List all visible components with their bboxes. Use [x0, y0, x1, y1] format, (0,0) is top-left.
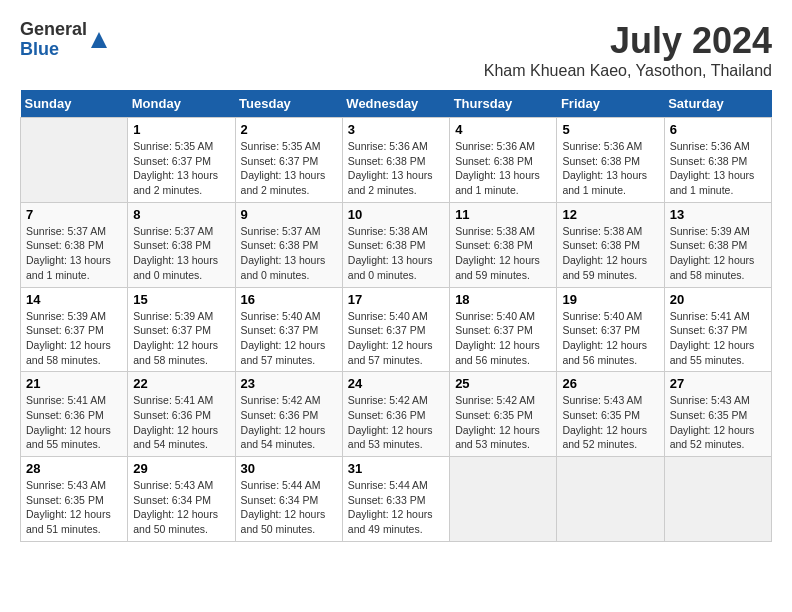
- day-info: Sunrise: 5:42 AMSunset: 6:35 PMDaylight:…: [455, 393, 551, 452]
- day-number: 4: [455, 122, 551, 137]
- calendar-cell: 24Sunrise: 5:42 AMSunset: 6:36 PMDayligh…: [342, 372, 449, 457]
- logo: General Blue: [20, 20, 109, 60]
- day-number: 23: [241, 376, 337, 391]
- svg-marker-0: [91, 32, 107, 48]
- day-number: 22: [133, 376, 229, 391]
- calendar-cell: 18Sunrise: 5:40 AMSunset: 6:37 PMDayligh…: [450, 287, 557, 372]
- calendar-cell: 6Sunrise: 5:36 AMSunset: 6:38 PMDaylight…: [664, 118, 771, 203]
- calendar-cell: 26Sunrise: 5:43 AMSunset: 6:35 PMDayligh…: [557, 372, 664, 457]
- calendar-cell: 23Sunrise: 5:42 AMSunset: 6:36 PMDayligh…: [235, 372, 342, 457]
- day-number: 6: [670, 122, 766, 137]
- calendar-cell: 19Sunrise: 5:40 AMSunset: 6:37 PMDayligh…: [557, 287, 664, 372]
- day-number: 5: [562, 122, 658, 137]
- location-text: Kham Khuean Kaeo, Yasothon, Thailand: [484, 62, 772, 80]
- day-number: 8: [133, 207, 229, 222]
- calendar-cell: 8Sunrise: 5:37 AMSunset: 6:38 PMDaylight…: [128, 202, 235, 287]
- day-info: Sunrise: 5:40 AMSunset: 6:37 PMDaylight:…: [562, 309, 658, 368]
- day-info: Sunrise: 5:37 AMSunset: 6:38 PMDaylight:…: [133, 224, 229, 283]
- calendar-cell: 9Sunrise: 5:37 AMSunset: 6:38 PMDaylight…: [235, 202, 342, 287]
- day-info: Sunrise: 5:39 AMSunset: 6:37 PMDaylight:…: [133, 309, 229, 368]
- day-info: Sunrise: 5:38 AMSunset: 6:38 PMDaylight:…: [348, 224, 444, 283]
- calendar-week-row: 28Sunrise: 5:43 AMSunset: 6:35 PMDayligh…: [21, 457, 772, 542]
- day-info: Sunrise: 5:41 AMSunset: 6:36 PMDaylight:…: [133, 393, 229, 452]
- calendar-cell: [557, 457, 664, 542]
- day-number: 29: [133, 461, 229, 476]
- day-info: Sunrise: 5:36 AMSunset: 6:38 PMDaylight:…: [562, 139, 658, 198]
- calendar-cell: 7Sunrise: 5:37 AMSunset: 6:38 PMDaylight…: [21, 202, 128, 287]
- day-number: 18: [455, 292, 551, 307]
- calendar-cell: 1Sunrise: 5:35 AMSunset: 6:37 PMDaylight…: [128, 118, 235, 203]
- calendar-cell: 29Sunrise: 5:43 AMSunset: 6:34 PMDayligh…: [128, 457, 235, 542]
- day-info: Sunrise: 5:42 AMSunset: 6:36 PMDaylight:…: [348, 393, 444, 452]
- header-thursday: Thursday: [450, 90, 557, 118]
- day-number: 25: [455, 376, 551, 391]
- calendar-cell: 5Sunrise: 5:36 AMSunset: 6:38 PMDaylight…: [557, 118, 664, 203]
- calendar-cell: 2Sunrise: 5:35 AMSunset: 6:37 PMDaylight…: [235, 118, 342, 203]
- calendar-cell: 22Sunrise: 5:41 AMSunset: 6:36 PMDayligh…: [128, 372, 235, 457]
- logo-icon: [89, 30, 109, 50]
- calendar-cell: 25Sunrise: 5:42 AMSunset: 6:35 PMDayligh…: [450, 372, 557, 457]
- calendar-cell: 17Sunrise: 5:40 AMSunset: 6:37 PMDayligh…: [342, 287, 449, 372]
- logo-blue-text: Blue: [20, 40, 87, 60]
- day-number: 10: [348, 207, 444, 222]
- day-info: Sunrise: 5:43 AMSunset: 6:35 PMDaylight:…: [562, 393, 658, 452]
- calendar-cell: 15Sunrise: 5:39 AMSunset: 6:37 PMDayligh…: [128, 287, 235, 372]
- calendar-week-row: 21Sunrise: 5:41 AMSunset: 6:36 PMDayligh…: [21, 372, 772, 457]
- day-info: Sunrise: 5:40 AMSunset: 6:37 PMDaylight:…: [348, 309, 444, 368]
- calendar-cell: [21, 118, 128, 203]
- header-monday: Monday: [128, 90, 235, 118]
- day-number: 9: [241, 207, 337, 222]
- page-header: General Blue July 2024 Kham Khuean Kaeo,…: [20, 20, 772, 80]
- day-info: Sunrise: 5:37 AMSunset: 6:38 PMDaylight:…: [26, 224, 122, 283]
- day-number: 3: [348, 122, 444, 137]
- day-info: Sunrise: 5:38 AMSunset: 6:38 PMDaylight:…: [455, 224, 551, 283]
- day-number: 28: [26, 461, 122, 476]
- day-info: Sunrise: 5:42 AMSunset: 6:36 PMDaylight:…: [241, 393, 337, 452]
- calendar-cell: [450, 457, 557, 542]
- day-info: Sunrise: 5:37 AMSunset: 6:38 PMDaylight:…: [241, 224, 337, 283]
- day-info: Sunrise: 5:36 AMSunset: 6:38 PMDaylight:…: [348, 139, 444, 198]
- calendar-week-row: 7Sunrise: 5:37 AMSunset: 6:38 PMDaylight…: [21, 202, 772, 287]
- calendar-cell: [664, 457, 771, 542]
- day-info: Sunrise: 5:36 AMSunset: 6:38 PMDaylight:…: [455, 139, 551, 198]
- header-tuesday: Tuesday: [235, 90, 342, 118]
- header-friday: Friday: [557, 90, 664, 118]
- header-wednesday: Wednesday: [342, 90, 449, 118]
- day-number: 17: [348, 292, 444, 307]
- title-block: July 2024 Kham Khuean Kaeo, Yasothon, Th…: [484, 20, 772, 80]
- day-info: Sunrise: 5:38 AMSunset: 6:38 PMDaylight:…: [562, 224, 658, 283]
- calendar-cell: 4Sunrise: 5:36 AMSunset: 6:38 PMDaylight…: [450, 118, 557, 203]
- calendar-cell: 3Sunrise: 5:36 AMSunset: 6:38 PMDaylight…: [342, 118, 449, 203]
- header-saturday: Saturday: [664, 90, 771, 118]
- day-info: Sunrise: 5:44 AMSunset: 6:33 PMDaylight:…: [348, 478, 444, 537]
- day-info: Sunrise: 5:40 AMSunset: 6:37 PMDaylight:…: [241, 309, 337, 368]
- day-info: Sunrise: 5:44 AMSunset: 6:34 PMDaylight:…: [241, 478, 337, 537]
- calendar-table: SundayMondayTuesdayWednesdayThursdayFrid…: [20, 90, 772, 542]
- calendar-header-row: SundayMondayTuesdayWednesdayThursdayFrid…: [21, 90, 772, 118]
- day-info: Sunrise: 5:43 AMSunset: 6:35 PMDaylight:…: [26, 478, 122, 537]
- day-number: 30: [241, 461, 337, 476]
- calendar-cell: 31Sunrise: 5:44 AMSunset: 6:33 PMDayligh…: [342, 457, 449, 542]
- day-number: 26: [562, 376, 658, 391]
- day-number: 1: [133, 122, 229, 137]
- day-number: 7: [26, 207, 122, 222]
- day-number: 12: [562, 207, 658, 222]
- calendar-cell: 30Sunrise: 5:44 AMSunset: 6:34 PMDayligh…: [235, 457, 342, 542]
- calendar-cell: 20Sunrise: 5:41 AMSunset: 6:37 PMDayligh…: [664, 287, 771, 372]
- day-info: Sunrise: 5:39 AMSunset: 6:38 PMDaylight:…: [670, 224, 766, 283]
- calendar-cell: 10Sunrise: 5:38 AMSunset: 6:38 PMDayligh…: [342, 202, 449, 287]
- day-info: Sunrise: 5:36 AMSunset: 6:38 PMDaylight:…: [670, 139, 766, 198]
- month-title: July 2024: [484, 20, 772, 62]
- calendar-week-row: 1Sunrise: 5:35 AMSunset: 6:37 PMDaylight…: [21, 118, 772, 203]
- day-number: 31: [348, 461, 444, 476]
- day-info: Sunrise: 5:43 AMSunset: 6:34 PMDaylight:…: [133, 478, 229, 537]
- day-number: 20: [670, 292, 766, 307]
- day-number: 19: [562, 292, 658, 307]
- day-number: 11: [455, 207, 551, 222]
- day-info: Sunrise: 5:43 AMSunset: 6:35 PMDaylight:…: [670, 393, 766, 452]
- day-number: 27: [670, 376, 766, 391]
- day-info: Sunrise: 5:35 AMSunset: 6:37 PMDaylight:…: [241, 139, 337, 198]
- day-info: Sunrise: 5:41 AMSunset: 6:37 PMDaylight:…: [670, 309, 766, 368]
- calendar-cell: 12Sunrise: 5:38 AMSunset: 6:38 PMDayligh…: [557, 202, 664, 287]
- day-number: 16: [241, 292, 337, 307]
